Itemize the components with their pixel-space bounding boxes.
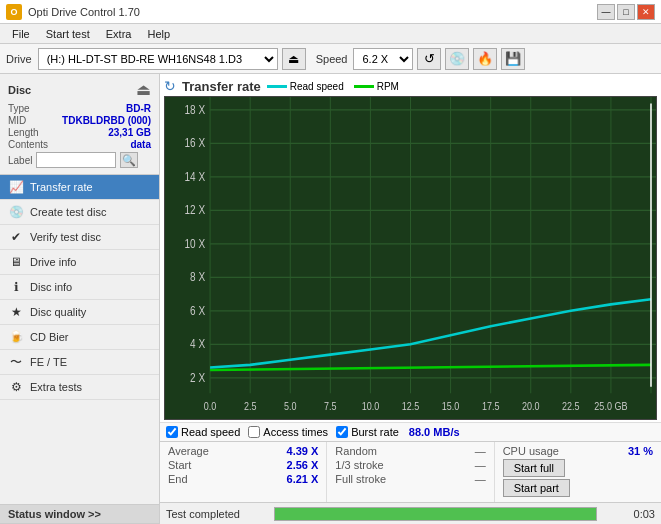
eject-button[interactable]: ⏏: [282, 48, 306, 70]
nav-create-test-label: Create test disc: [30, 206, 106, 218]
metric-start-part-row: Start part: [503, 479, 653, 497]
title-bar-left: O Opti Drive Control 1.70: [6, 4, 140, 20]
metric-full-stroke-value: —: [475, 473, 486, 485]
checkbox-read-speed-input[interactable]: [166, 426, 178, 438]
refresh-button[interactable]: ↺: [417, 48, 441, 70]
drive-info-icon: 🖥: [8, 254, 24, 270]
svg-text:16 X: 16 X: [184, 136, 205, 149]
nav-transfer-rate-label: Transfer rate: [30, 181, 93, 193]
nav-verify-test-disc[interactable]: ✔ Verify test disc: [0, 225, 159, 250]
svg-text:12.5: 12.5: [402, 400, 420, 412]
svg-text:6 X: 6 X: [190, 304, 205, 317]
svg-text:4 X: 4 X: [190, 337, 205, 350]
cd-bier-icon: 🍺: [8, 329, 24, 345]
svg-text:10.0: 10.0: [362, 400, 380, 412]
disc-mid-value: TDKBLDRBD (000): [62, 115, 151, 126]
verify-test-icon: ✔: [8, 229, 24, 245]
checkbox-burst-rate-input[interactable]: [336, 426, 348, 438]
menu-file[interactable]: File: [4, 27, 38, 41]
nav-drive-info[interactable]: 🖥 Drive info: [0, 250, 159, 275]
disc-length-value: 23,31 GB: [108, 127, 151, 138]
menu-extra[interactable]: Extra: [98, 27, 140, 41]
menu-start-test[interactable]: Start test: [38, 27, 98, 41]
nav-fe-te[interactable]: 〜 FE / TE: [0, 350, 159, 375]
start-part-button[interactable]: Start part: [503, 479, 570, 497]
metric-1-3-stroke-value: —: [475, 459, 486, 471]
main-area: Disc ⏏ Type BD-R MID TDKBLDRBD (000) Len…: [0, 74, 661, 524]
metric-cpu-value: 31 %: [628, 445, 653, 457]
svg-text:25.0 GB: 25.0 GB: [594, 400, 627, 412]
nav-fe-te-label: FE / TE: [30, 356, 67, 368]
window-controls[interactable]: — □ ✕: [597, 4, 655, 20]
svg-text:20.0: 20.0: [522, 400, 540, 412]
nav-disc-info[interactable]: ℹ Disc info: [0, 275, 159, 300]
start-full-button[interactable]: Start full: [503, 459, 565, 477]
disc-header: Disc ⏏: [8, 80, 151, 99]
metric-full-stroke-label: Full stroke: [335, 473, 386, 485]
burn-icon-button[interactable]: 🔥: [473, 48, 497, 70]
nav-drive-info-label: Drive info: [30, 256, 76, 268]
metrics-area: Average 4.39 X Start 2.56 X End 6.21 X R…: [160, 441, 661, 502]
legend-read-speed-color: [267, 85, 287, 88]
disc-icon-button[interactable]: 💿: [445, 48, 469, 70]
metrics-col-3: CPU usage 31 % Start full Start part: [495, 442, 661, 502]
save-button[interactable]: 💾: [501, 48, 525, 70]
nav-cd-bier-label: CD Bier: [30, 331, 69, 343]
menu-bar: File Start test Extra Help: [0, 24, 661, 44]
drive-select[interactable]: (H:) HL-DT-ST BD-RE WH16NS48 1.D3: [38, 48, 278, 70]
burst-rate-value: 88.0 MB/s: [409, 426, 460, 438]
metric-random: Random —: [335, 445, 485, 457]
minimize-button[interactable]: —: [597, 4, 615, 20]
disc-label-input[interactable]: [36, 152, 116, 168]
nav-disc-info-label: Disc info: [30, 281, 72, 293]
nav-cd-bier[interactable]: 🍺 CD Bier: [0, 325, 159, 350]
svg-text:7.5: 7.5: [324, 400, 337, 412]
nav-disc-quality[interactable]: ★ Disc quality: [0, 300, 159, 325]
metric-1-3-stroke-label: 1/3 stroke: [335, 459, 383, 471]
nav-verify-test-label: Verify test disc: [30, 231, 101, 243]
metric-average-value: 4.39 X: [287, 445, 319, 457]
disc-eject-icon[interactable]: ⏏: [136, 80, 151, 99]
maximize-button[interactable]: □: [617, 4, 635, 20]
nav-disc-quality-label: Disc quality: [30, 306, 86, 318]
metric-start-label: Start: [168, 459, 191, 471]
metric-average-label: Average: [168, 445, 209, 457]
svg-text:0.0: 0.0: [204, 400, 217, 412]
nav-extra-tests[interactable]: ⚙ Extra tests: [0, 375, 159, 400]
metric-start: Start 2.56 X: [168, 459, 318, 471]
disc-contents-row: Contents data: [8, 139, 151, 150]
chart-title-bar: ↻ Transfer rate Read speed RPM: [164, 78, 657, 94]
checkbox-access-times-label: Access times: [263, 426, 328, 438]
legend-rpm-label: RPM: [377, 81, 399, 92]
menu-help[interactable]: Help: [139, 27, 178, 41]
create-test-icon: 💿: [8, 204, 24, 220]
status-window-button[interactable]: Status window >>: [0, 504, 159, 524]
disc-label-button[interactable]: 🔍: [120, 152, 138, 168]
metric-full-stroke: Full stroke —: [335, 473, 485, 485]
speed-label: Speed: [316, 53, 348, 65]
chart-svg: 18 X 16 X 14 X 12 X 10 X 8 X 6 X 4 X 2 X…: [165, 97, 656, 419]
app-icon: O: [6, 4, 22, 20]
checkbox-read-speed-label: Read speed: [181, 426, 240, 438]
speed-select[interactable]: 6.2 X: [353, 48, 413, 70]
svg-text:8 X: 8 X: [190, 270, 205, 283]
nav-transfer-rate[interactable]: 📈 Transfer rate: [0, 175, 159, 200]
chart-title-icon: ↻: [164, 78, 176, 94]
progress-bar-container: [274, 507, 597, 521]
nav-create-test-disc[interactable]: 💿 Create test disc: [0, 200, 159, 225]
svg-text:2.5: 2.5: [244, 400, 257, 412]
checkbox-access-times[interactable]: Access times: [248, 426, 328, 438]
checkbox-burst-rate-label: Burst rate: [351, 426, 399, 438]
svg-text:10 X: 10 X: [184, 237, 205, 250]
checkbox-read-speed[interactable]: Read speed: [166, 426, 240, 438]
nav-list: 📈 Transfer rate 💿 Create test disc ✔ Ver…: [0, 175, 159, 504]
checkbox-access-times-input[interactable]: [248, 426, 260, 438]
close-button[interactable]: ✕: [637, 4, 655, 20]
metric-average: Average 4.39 X: [168, 445, 318, 457]
disc-info-nav-icon: ℹ: [8, 279, 24, 295]
status-bar: Test completed 0:03: [160, 502, 661, 524]
checkbox-burst-rate[interactable]: Burst rate: [336, 426, 399, 438]
metrics-col-2: Random — 1/3 stroke — Full stroke —: [327, 442, 494, 502]
metric-end: End 6.21 X: [168, 473, 318, 485]
svg-text:17.5: 17.5: [482, 400, 500, 412]
